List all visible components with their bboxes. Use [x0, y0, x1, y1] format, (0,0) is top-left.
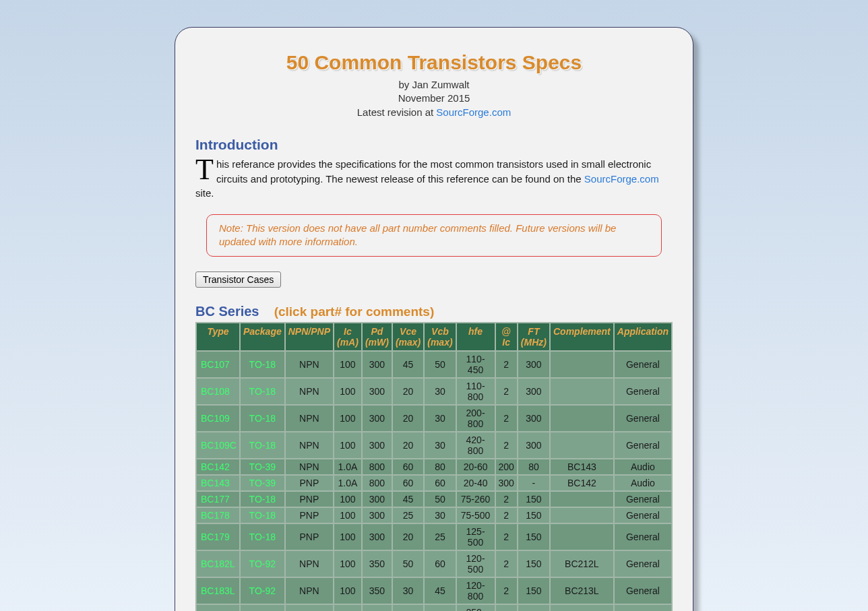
application-cell: General: [615, 605, 671, 611]
table-row: BC107TO-18NPN1003004550110-4502300Genera…: [197, 352, 671, 377]
at-ic-cell: 300: [496, 476, 517, 490]
vce-cell: 30: [393, 578, 423, 604]
col-ft: FT(MHz): [518, 323, 549, 350]
hfe-cell: 20-60: [457, 459, 495, 474]
hfe-cell: 110-800: [457, 379, 495, 404]
part-number-link[interactable]: BC179: [197, 524, 239, 550]
col-application: Application: [615, 323, 671, 350]
ft-cell: 150: [518, 508, 549, 523]
part-number-link[interactable]: BC184L: [197, 605, 239, 611]
npnpnp-cell: NPN: [286, 406, 333, 431]
revision-line: Latest revision at SourcForge.com: [195, 106, 673, 119]
part-number-link[interactable]: BC108: [197, 379, 239, 404]
application-cell: General: [615, 524, 671, 550]
package-cell: TO-18: [241, 492, 284, 507]
part-number-link[interactable]: BC178: [197, 508, 239, 523]
ic-cell: 100: [334, 551, 361, 577]
ft-cell: 300: [518, 352, 549, 377]
part-number-link[interactable]: BC182L: [197, 551, 239, 577]
vce-cell: 45: [393, 352, 423, 377]
part-number-link[interactable]: BC109: [197, 406, 239, 431]
complement-cell: BC142: [551, 476, 613, 490]
hfe-cell: 75-500: [457, 508, 495, 523]
page-title: 50 Common Transistors Specs: [195, 51, 673, 74]
complement-cell: [551, 524, 613, 550]
npnpnp-cell: NPN: [286, 578, 333, 604]
at-ic-cell: 2: [496, 605, 517, 611]
ft-cell: -: [518, 476, 549, 490]
vcb-cell: 60: [425, 551, 455, 577]
spec-table: Type Package NPN/PNP Ic(mA) Pd(mW) Vce(m…: [195, 322, 673, 612]
part-number-link[interactable]: BC143: [197, 476, 239, 490]
vcb-cell: 25: [425, 524, 455, 550]
col-pd: Pd(mW): [363, 323, 392, 350]
complement-cell: [551, 508, 613, 523]
hfe-cell: 250-800: [457, 605, 495, 611]
vcb-cell: 45: [425, 605, 455, 611]
part-number-link[interactable]: BC183L: [197, 578, 239, 604]
hfe-cell: 120-800: [457, 578, 495, 604]
complement-cell: [551, 406, 613, 431]
pd-cell: 350: [363, 605, 392, 611]
ft-cell: 150: [518, 551, 549, 577]
ft-cell: 150: [518, 605, 549, 611]
vce-cell: 60: [393, 476, 423, 490]
ic-cell: 100: [334, 406, 361, 431]
pd-cell: 800: [363, 459, 392, 474]
ic-cell: 1.0A: [334, 459, 361, 474]
part-number-link[interactable]: BC142: [197, 459, 239, 474]
ft-cell: 300: [518, 379, 549, 404]
vce-cell: 60: [393, 459, 423, 474]
pd-cell: 300: [363, 524, 392, 550]
pd-cell: 800: [363, 476, 392, 490]
table-row: BC183LTO-92NPN1003503045120-8002150BC213…: [197, 578, 671, 604]
author-line: by Jan Zumwalt: [195, 78, 673, 92]
npnpnp-cell: PNP: [286, 492, 333, 507]
transistor-cases-button[interactable]: Transistor Cases: [195, 271, 281, 288]
pd-cell: 300: [363, 508, 392, 523]
package-cell: TO-39: [241, 459, 284, 474]
table-row: BC108TO-18NPN1003002030110-8002300Genera…: [197, 379, 671, 404]
hfe-cell: 110-450: [457, 352, 495, 377]
vcb-cell: 30: [425, 508, 455, 523]
at-ic-cell: 2: [496, 379, 517, 404]
application-cell: Audio: [615, 476, 671, 490]
hfe-cell: 75-260: [457, 492, 495, 507]
complement-cell: BC214L: [551, 605, 613, 611]
npnpnp-cell: NPN: [286, 379, 333, 404]
at-ic-cell: 2: [496, 578, 517, 604]
part-number-link[interactable]: BC107: [197, 352, 239, 377]
vcb-cell: 60: [425, 476, 455, 490]
table-row: BC109CTO-18NPN1003002030420-8002300Gener…: [197, 432, 671, 458]
dropcap: T: [195, 157, 216, 181]
col-at-ic: @Ic: [496, 323, 517, 350]
vce-cell: 20: [393, 432, 423, 458]
vce-cell: 20: [393, 524, 423, 550]
vcb-cell: 30: [425, 432, 455, 458]
intro-link[interactable]: SourcForge.com: [584, 173, 659, 185]
part-number-link[interactable]: BC109C: [197, 432, 239, 458]
note-box: Note: This version does not have all par…: [206, 214, 662, 257]
npnpnp-cell: NPN: [286, 551, 333, 577]
pd-cell: 300: [363, 406, 392, 431]
revision-link[interactable]: SourcForge.com: [436, 106, 511, 118]
application-cell: General: [615, 508, 671, 523]
at-ic-cell: 200: [496, 459, 517, 474]
col-type: Type: [197, 323, 239, 350]
vcb-cell: 50: [425, 492, 455, 507]
ic-cell: 100: [334, 352, 361, 377]
series-hint: (click part# for comments): [274, 304, 435, 319]
package-cell: TO-18: [241, 508, 284, 523]
application-cell: General: [615, 432, 671, 458]
series-heading: BC Series (click part# for comments): [195, 304, 673, 319]
application-cell: General: [615, 352, 671, 377]
package-cell: TO-39: [241, 476, 284, 490]
ft-cell: 150: [518, 492, 549, 507]
ic-cell: 1.0A: [334, 476, 361, 490]
col-vcb: Vcb(max): [425, 323, 455, 350]
part-number-link[interactable]: BC177: [197, 492, 239, 507]
npnpnp-cell: PNP: [286, 524, 333, 550]
application-cell: General: [615, 379, 671, 404]
application-cell: Audio: [615, 459, 671, 474]
pd-cell: 300: [363, 352, 392, 377]
